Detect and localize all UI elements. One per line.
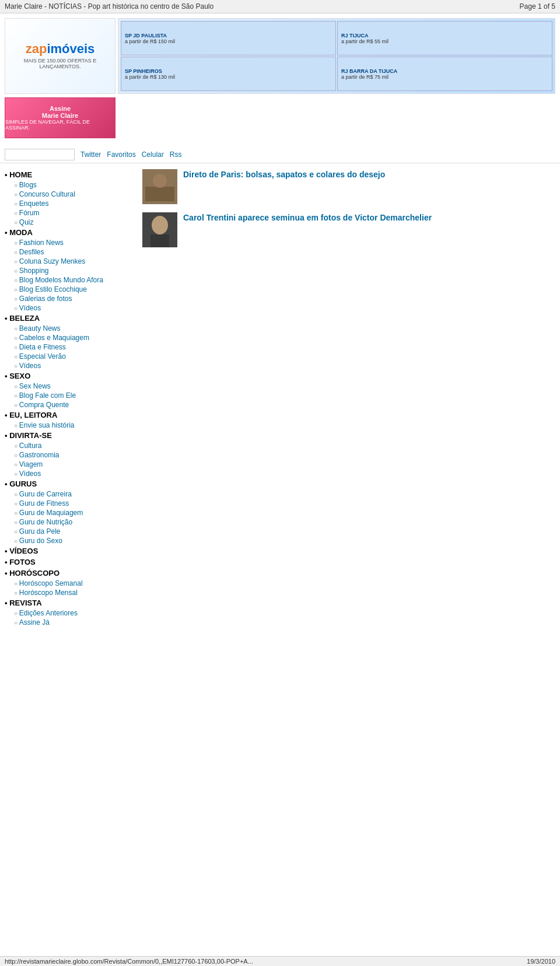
article-thumb-1 — [142, 169, 177, 204]
nav-cabelos[interactable]: Cabelos e Maquiagem — [14, 333, 133, 342]
property-1-region: SP JD PAULISTA — [125, 33, 167, 38]
zap-ad-left[interactable]: zapimóveis MAIS DE 150.000 OFERTAS E LAN… — [5, 18, 116, 94]
nav-horoscopo-mensal[interactable]: Horóscopo Mensal — [14, 588, 133, 597]
property-3-region: SP PINHEIROS — [125, 68, 162, 74]
nav-fashion-news[interactable]: Fashion News — [14, 238, 133, 247]
sidebar: HOME Blogs Concurso Cultural Enquetes Fó… — [5, 169, 133, 627]
nav-coluna-suzy[interactable]: Coluna Suzy Menkes — [14, 257, 133, 266]
mc-line2: Marie Claire — [42, 112, 78, 119]
svg-point-2 — [153, 174, 167, 188]
svg-rect-1 — [145, 187, 174, 201]
nav-beleza[interactable]: BELEZA — [5, 313, 133, 324]
zap-tagline: MAIS DE 150.000 OFERTAS E LANÇAMENTOS. — [5, 57, 115, 71]
nav-envie[interactable]: Envie sua história — [14, 421, 133, 430]
page-info: Page 1 of 5 — [520, 2, 555, 10]
property-4-price: a partir de R$ 75 mil — [341, 74, 388, 80]
nav-gurus[interactable]: GURUS — [5, 478, 133, 489]
toolbar: Twitter Favoritos Celular Rss — [0, 146, 560, 163]
nav-quiz[interactable]: Quiz — [14, 218, 133, 227]
twitter-link[interactable]: Twitter — [80, 150, 101, 159]
nav-beauty-news[interactable]: Beauty News — [14, 324, 133, 333]
nav-guru-sexo[interactable]: Guru do Sexo — [14, 536, 133, 545]
nav-eu-leitora[interactable]: EU, LEITORA — [5, 410, 133, 421]
nav-guru-fitness[interactable]: Guru de Fitness — [14, 499, 133, 508]
nav-edicoes[interactable]: Edições Anteriores — [14, 608, 133, 618]
ad-banner: zapimóveis MAIS DE 150.000 OFERTAS E LAN… — [5, 18, 555, 94]
nav-concurso[interactable]: Concurso Cultural — [14, 190, 133, 199]
mc-line1: Assine — [50, 105, 71, 112]
nav-beleza-videos[interactable]: Vídeos — [14, 361, 133, 370]
nav-videos[interactable]: VÍDEOS — [5, 545, 133, 556]
nav-moda[interactable]: MODA — [5, 227, 133, 238]
zap-logo: zapimóveis — [26, 41, 95, 57]
nav-divirta-videos[interactable]: Vídeos — [14, 469, 133, 478]
property-2-price: a partir de R$ 55 mil — [341, 38, 388, 44]
property-2: RJ TIJUCA a partir de R$ 55 mil — [337, 21, 552, 55]
article-1-text: Direto de Paris: bolsas, sapatos e colar… — [183, 169, 385, 180]
svg-rect-5 — [150, 235, 169, 247]
celular-link[interactable]: Celular — [142, 150, 164, 159]
nav-enquetes[interactable]: Enquetes — [14, 199, 133, 208]
search-input[interactable] — [5, 149, 75, 160]
nav-blogs[interactable]: Blogs — [14, 180, 133, 190]
nav-guru-pele[interactable]: Guru da Pele — [14, 527, 133, 536]
nav-blog-estilo[interactable]: Blog Estilo Ecochique — [14, 285, 133, 294]
nav-guru-maquiagem[interactable]: Guru de Maquiagem — [14, 508, 133, 517]
nav-sex-news[interactable]: Sex News — [14, 382, 133, 391]
nav-dieta[interactable]: Dieta e Fitness — [14, 342, 133, 352]
nav-moda-videos[interactable]: Vídeos — [14, 303, 133, 313]
nav-horoscopo-semanal[interactable]: Horóscopo Semanal — [14, 579, 133, 588]
marie-claire-banner[interactable]: Assine Marie Claire SIMPLES DE NAVEGAR, … — [5, 97, 116, 138]
favoritos-link[interactable]: Favoritos — [107, 150, 135, 159]
page-title: Marie Claire - NOTÍCIAS - Pop art histór… — [5, 2, 214, 10]
top-area: zapimóveis MAIS DE 150.000 OFERTAS E LAN… — [0, 13, 560, 146]
property-1: SP JD PAULISTA a partir de R$ 150 mil — [121, 21, 336, 55]
article-item-1: Direto de Paris: bolsas, sapatos e colar… — [142, 169, 555, 204]
nav-sexo[interactable]: SEXO — [5, 370, 133, 382]
property-4: RJ BARRA DA TIJUCA a partir de R$ 75 mil — [337, 57, 552, 91]
nav-especial-verao[interactable]: Especial Verão — [14, 352, 133, 361]
nav-revista[interactable]: REVISTA — [5, 597, 133, 608]
nav-home[interactable]: HOME — [5, 169, 133, 180]
nav-guru-nutricao[interactable]: Guru de Nutrição — [14, 517, 133, 527]
nav-guru-carreira[interactable]: Guru de Carreira — [14, 489, 133, 499]
property-3: SP PINHEIROS a partir de R$ 130 mil — [121, 57, 336, 91]
nav-divirta-se[interactable]: DIVIRTA-SE — [5, 430, 133, 441]
nav-fotos[interactable]: FOTOS — [5, 556, 133, 568]
property-3-price: a partir de R$ 130 mil — [125, 74, 175, 80]
content-area: Direto de Paris: bolsas, sapatos e colar… — [133, 169, 555, 627]
zap-ad-right[interactable]: SP JD PAULISTA a partir de R$ 150 mil RJ… — [118, 18, 555, 94]
nav-desfiles[interactable]: Desfiles — [14, 247, 133, 257]
article-thumb-2 — [142, 212, 177, 247]
nav-assine[interactable]: Assine Já — [14, 618, 133, 627]
nav-shopping[interactable]: Shopping — [14, 266, 133, 275]
svg-point-4 — [152, 216, 168, 235]
property-2-region: RJ TIJUCA — [341, 33, 369, 38]
nav-compra-quente[interactable]: Compra Quente — [14, 400, 133, 410]
mc-sub: SIMPLES DE NAVEGAR, FÁCIL DE ASSINAR. — [5, 119, 115, 131]
main-content: HOME Blogs Concurso Cultural Enquetes Fó… — [0, 167, 560, 629]
nav-forum[interactable]: Fórum — [14, 208, 133, 218]
nav-cultura[interactable]: Cultura — [14, 441, 133, 450]
nav-gastronomia[interactable]: Gastronomia — [14, 450, 133, 460]
thumb-carol-image — [142, 212, 177, 247]
rss-link[interactable]: Rss — [170, 150, 182, 159]
title-bar: Marie Claire - NOTÍCIAS - Pop art histór… — [0, 0, 560, 13]
nav-blog-modelos[interactable]: Blog Modelos Mundo Afora — [14, 275, 133, 285]
nav-galerias[interactable]: Galerias de fotos — [14, 294, 133, 303]
article-item-2: Carol Trentini aparece seminua em fotos … — [142, 212, 555, 247]
article-1-link[interactable]: Direto de Paris: bolsas, sapatos e colar… — [183, 170, 385, 179]
property-1-price: a partir de R$ 150 mil — [125, 38, 175, 44]
thumb-paris-image — [142, 169, 177, 204]
nav-horoscopo[interactable]: HORÓSCOPO — [5, 568, 133, 579]
property-4-region: RJ BARRA DA TIJUCA — [341, 68, 397, 74]
nav-blog-fale[interactable]: Blog Fale com Ele — [14, 391, 133, 400]
nav-viagem[interactable]: Viagem — [14, 460, 133, 469]
article-2-text: Carol Trentini aparece seminua em fotos … — [183, 212, 432, 223]
article-2-link[interactable]: Carol Trentini aparece seminua em fotos … — [183, 213, 432, 222]
